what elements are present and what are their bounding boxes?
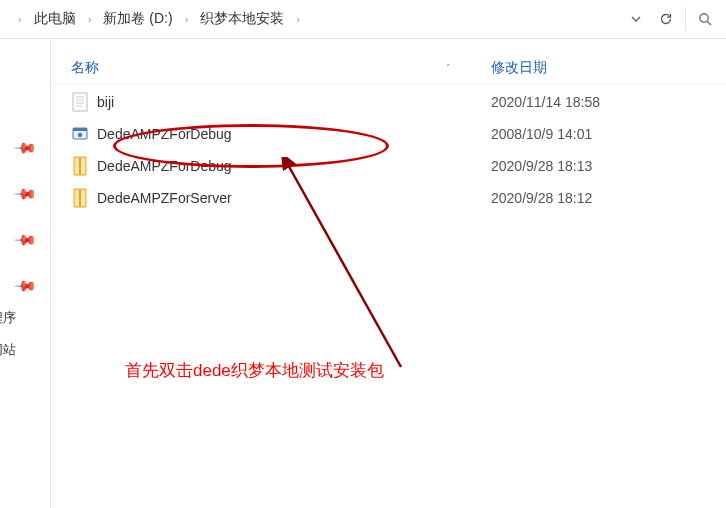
column-header-label: 名称 — [71, 59, 99, 77]
chevron-right-icon: › — [14, 13, 26, 25]
file-date: 2020/11/14 18:58 — [491, 94, 726, 110]
file-row[interactable]: DedeAMPZForDebug 2008/10/9 14:01 — [51, 118, 726, 150]
sidebar-item-label[interactable]: 网站 — [0, 341, 16, 359]
file-row[interactable]: biji 2020/11/14 18:58 — [51, 86, 726, 118]
refresh-button[interactable] — [651, 5, 681, 33]
svg-rect-11 — [79, 157, 81, 175]
sidebar-item-label[interactable]: 程序 — [0, 309, 16, 327]
file-list: biji 2020/11/14 18:58 DedeAMPZForDebug 2… — [51, 84, 726, 214]
address-bar: › 此电脑 › 新加卷 (D:) › 织梦本地安装 › — [0, 0, 726, 39]
file-name: DedeAMPZForServer — [97, 190, 232, 206]
pin-icon[interactable]: 📌 — [12, 135, 38, 161]
svg-rect-8 — [73, 128, 87, 131]
file-row[interactable]: DedeAMPZForServer 2020/9/28 18:12 — [51, 182, 726, 214]
chevron-right-icon: › — [292, 13, 304, 25]
address-bar-controls — [621, 5, 720, 33]
column-header-label: 修改日期 — [491, 59, 547, 75]
file-list-pane: 名称 ˄ 修改日期 biji 2020/11/14 18:58 — [51, 39, 726, 508]
chevron-right-icon: › — [181, 13, 193, 25]
history-dropdown-button[interactable] — [621, 5, 651, 33]
file-date: 2020/9/28 18:13 — [491, 158, 726, 174]
search-button[interactable] — [690, 5, 720, 33]
breadcrumb-item[interactable]: 织梦本地安装 — [198, 8, 286, 30]
divider — [685, 7, 686, 31]
pin-icon[interactable]: 📌 — [12, 273, 38, 299]
file-row[interactable]: DedeAMPZForDebug 2020/9/28 18:13 — [51, 150, 726, 182]
text-file-icon — [71, 92, 89, 112]
zip-file-icon — [71, 156, 89, 176]
column-header-date[interactable]: 修改日期 — [491, 59, 726, 77]
pin-icon[interactable]: 📌 — [12, 227, 38, 253]
column-header-name[interactable]: 名称 ˄ — [71, 59, 491, 77]
file-date: 2020/9/28 18:12 — [491, 190, 726, 206]
pin-icon[interactable]: 📌 — [12, 181, 38, 207]
breadcrumb-item[interactable]: 新加卷 (D:) — [101, 8, 174, 30]
breadcrumb[interactable]: › 此电脑 › 新加卷 (D:) › 织梦本地安装 › — [14, 8, 621, 30]
breadcrumb-item[interactable]: 此电脑 — [32, 8, 78, 30]
file-date: 2008/10/9 14:01 — [491, 126, 726, 142]
sort-indicator-icon: ˄ — [446, 63, 451, 73]
annotation-text: 首先双击dede织梦本地测试安装包 — [125, 359, 384, 382]
svg-point-0 — [699, 13, 707, 21]
nav-pane: 📌 📌 📌 📌 程序 网站 — [0, 39, 51, 508]
column-headers: 名称 ˄ 修改日期 — [51, 53, 726, 84]
executable-file-icon — [71, 124, 89, 144]
chevron-right-icon: › — [84, 13, 96, 25]
file-name: DedeAMPZForDebug — [97, 158, 232, 174]
file-name: DedeAMPZForDebug — [97, 126, 232, 142]
svg-rect-2 — [73, 93, 87, 111]
svg-point-9 — [78, 133, 82, 137]
file-name: biji — [97, 94, 114, 110]
svg-line-1 — [707, 21, 711, 25]
svg-rect-13 — [79, 189, 81, 207]
zip-file-icon — [71, 188, 89, 208]
